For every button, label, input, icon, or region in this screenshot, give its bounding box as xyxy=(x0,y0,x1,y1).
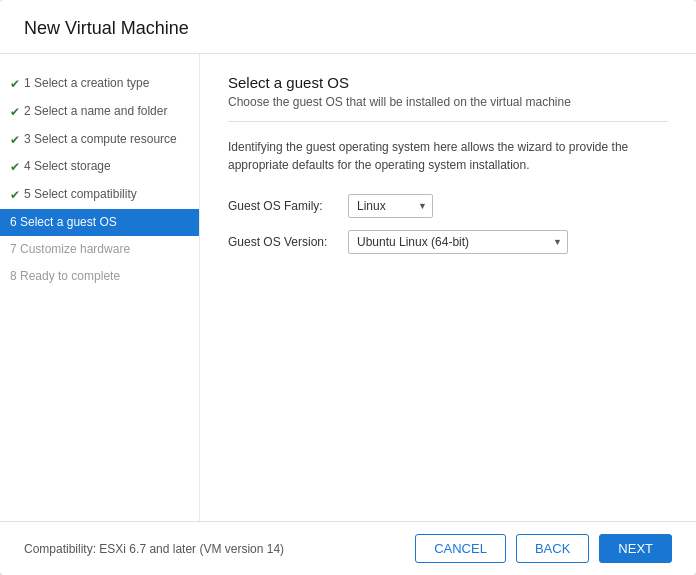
dialog-title: New Virtual Machine xyxy=(24,18,672,39)
section-subtitle: Choose the guest OS that will be install… xyxy=(228,95,668,122)
sidebar-step-label: 2 Select a name and folder xyxy=(24,103,167,120)
compat-text: Compatibility: ESXi 6.7 and later (VM ve… xyxy=(24,542,284,556)
guest-os-family-wrapper: LinuxWindowsOther xyxy=(348,194,433,218)
guest-os-family-select[interactable]: LinuxWindowsOther xyxy=(348,194,433,218)
sidebar-item-step5[interactable]: ✔5 Select compatibility xyxy=(0,181,199,209)
check-icon: ✔ xyxy=(10,76,20,93)
info-text: Identifying the guest operating system h… xyxy=(228,138,668,174)
sidebar-step-label: 5 Select compatibility xyxy=(24,186,137,203)
sidebar-step-label: 4 Select storage xyxy=(24,158,111,175)
sidebar-item-step1[interactable]: ✔1 Select a creation type xyxy=(0,70,199,98)
guest-os-version-select[interactable]: Ubuntu Linux (64-bit)Ubuntu Linux (32-bi… xyxy=(348,230,568,254)
section-title: Select a guest OS xyxy=(228,74,668,91)
cancel-button[interactable]: CANCEL xyxy=(415,534,506,563)
guest-os-family-row: Guest OS Family: LinuxWindowsOther xyxy=(228,194,668,218)
dialog-header: New Virtual Machine xyxy=(0,0,696,54)
sidebar-item-step4[interactable]: ✔4 Select storage xyxy=(0,153,199,181)
sidebar-step-label: 8 Ready to complete xyxy=(10,268,120,285)
back-button[interactable]: BACK xyxy=(516,534,589,563)
sidebar-item-step2[interactable]: ✔2 Select a name and folder xyxy=(0,98,199,126)
check-icon: ✔ xyxy=(10,104,20,121)
sidebar-step-label: 3 Select a compute resource xyxy=(24,131,177,148)
sidebar-item-step7: 7 Customize hardware xyxy=(0,236,199,263)
sidebar: ✔1 Select a creation type✔2 Select a nam… xyxy=(0,54,200,521)
guest-os-version-wrapper: Ubuntu Linux (64-bit)Ubuntu Linux (32-bi… xyxy=(348,230,568,254)
check-icon: ✔ xyxy=(10,132,20,149)
check-icon: ✔ xyxy=(10,187,20,204)
sidebar-item-step3[interactable]: ✔3 Select a compute resource xyxy=(0,126,199,154)
dialog-body: ✔1 Select a creation type✔2 Select a nam… xyxy=(0,54,696,521)
guest-os-version-label: Guest OS Version: xyxy=(228,235,348,249)
main-content: Select a guest OS Choose the guest OS th… xyxy=(200,54,696,521)
new-vm-dialog: New Virtual Machine ✔1 Select a creation… xyxy=(0,0,696,575)
sidebar-item-step6[interactable]: 6 Select a guest OS xyxy=(0,209,199,236)
guest-os-version-row: Guest OS Version: Ubuntu Linux (64-bit)U… xyxy=(228,230,668,254)
next-button[interactable]: NEXT xyxy=(599,534,672,563)
dialog-footer: Compatibility: ESXi 6.7 and later (VM ve… xyxy=(0,521,696,575)
guest-os-family-label: Guest OS Family: xyxy=(228,199,348,213)
check-icon: ✔ xyxy=(10,159,20,176)
sidebar-item-step8: 8 Ready to complete xyxy=(0,263,199,290)
sidebar-step-label: 7 Customize hardware xyxy=(10,241,130,258)
sidebar-step-label: 1 Select a creation type xyxy=(24,75,149,92)
sidebar-step-label: 6 Select a guest OS xyxy=(10,214,117,231)
